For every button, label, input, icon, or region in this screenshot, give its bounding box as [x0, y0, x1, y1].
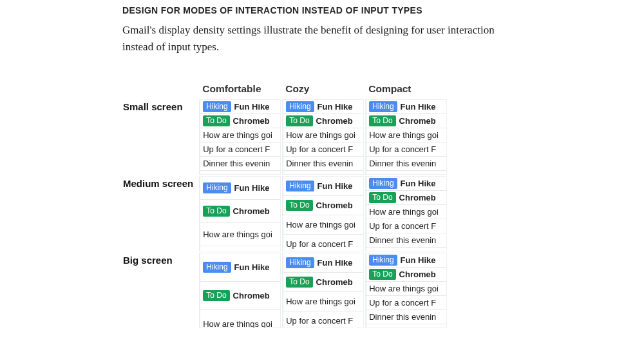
msg-hike: Fun Hike — [317, 258, 353, 268]
hiking-tag: Hiking — [286, 101, 314, 112]
todo-tag: To Do — [286, 200, 312, 211]
msg-how: How are things goi — [286, 297, 355, 306]
msg-chrome: Chromeb — [233, 206, 270, 216]
intro-paragraph: Gmail's display density settings illustr… — [122, 22, 528, 56]
msg-chrome: Chromeb — [233, 116, 270, 126]
msg-how: How are things goi — [369, 207, 439, 217]
preview-big-compact: HikingFun Hike To DoChromeb How are thin… — [366, 253, 446, 328]
hiking-tag: Hiking — [203, 101, 231, 112]
density-table: Comfortable Cozy Compact Small screen Hi… — [120, 83, 448, 329]
msg-hike: Fun Hike — [401, 255, 436, 265]
row-label-small: Small screen — [120, 99, 198, 175]
todo-tag: To Do — [369, 269, 395, 280]
preview-medium-compact: HikingFun Hike To DoChromeb How are thin… — [366, 177, 446, 251]
header-row: Comfortable Cozy Compact — [120, 83, 448, 99]
todo-tag: To Do — [203, 115, 229, 126]
msg-chrome: Chromeb — [399, 193, 436, 202]
msg-concert: Up for a concert F — [203, 144, 270, 154]
msg-hike: Fun Hike — [234, 102, 270, 112]
msg-concert: Up for a concert F — [286, 144, 353, 154]
msg-dinner: Dinner this evenin — [286, 159, 353, 168]
section-heading: DESIGN FOR MODES OF INTERACTION INSTEAD … — [122, 5, 528, 15]
row-label-medium: Medium screen — [120, 175, 198, 252]
msg-how: How are things goi — [203, 230, 272, 239]
preview-big-cozy: HikingFun Hike To DoChromeb How are thin… — [283, 253, 363, 328]
hiking-tag: Hiking — [369, 255, 397, 266]
col-head-compact: Compact — [365, 83, 448, 99]
msg-concert: Up for a concert F — [369, 298, 436, 308]
msg-chrome: Chromeb — [233, 291, 270, 300]
msg-hike: Fun Hike — [234, 183, 270, 193]
msg-chrome: Chromeb — [316, 277, 353, 287]
msg-chrome: Chromeb — [399, 270, 436, 279]
msg-how: How are things goi — [203, 319, 272, 328]
msg-how: How are things goi — [369, 130, 439, 140]
msg-concert: Up for a concert F — [369, 144, 436, 154]
msg-concert: Up for a concert F — [286, 239, 353, 249]
preview-big-comfortable: HikingFun Hike To DoChromeb How are thin… — [200, 253, 280, 328]
todo-tag: To Do — [369, 192, 395, 203]
todo-tag: To Do — [369, 115, 395, 126]
msg-hike: Fun Hike — [401, 179, 436, 188]
msg-hike: Fun Hike — [234, 262, 270, 272]
preview-medium-comfortable: HikingFun Hike To DoChromeb How are thin… — [200, 177, 280, 251]
msg-hike: Fun Hike — [317, 181, 353, 191]
preview-small-cozy: HikingFun Hike To DoChromeb How are thin… — [283, 100, 363, 174]
todo-tag: To Do — [203, 206, 229, 217]
msg-hike: Fun Hike — [401, 102, 436, 112]
msg-dinner: Dinner this evenin — [369, 312, 436, 322]
hiking-tag: Hiking — [286, 181, 314, 191]
msg-chrome: Chromeb — [316, 201, 353, 210]
col-head-cozy: Cozy — [281, 83, 365, 99]
preview-small-compact: HikingFun Hike To DoChromeb How are thin… — [366, 100, 446, 174]
hiking-tag: Hiking — [369, 101, 397, 112]
hiking-tag: Hiking — [203, 262, 231, 273]
msg-how: How are things goi — [203, 130, 272, 140]
msg-dinner: Dinner this evenin — [369, 235, 436, 245]
hiking-tag: Hiking — [369, 178, 397, 189]
row-small: Small screen HikingFun Hike To DoChromeb… — [120, 99, 448, 175]
row-big: Big screen HikingFun Hike To DoChromeb H… — [120, 252, 448, 329]
row-label-big: Big screen — [120, 252, 198, 329]
density-table-figure: Comfortable Cozy Compact Small screen Hi… — [122, 83, 528, 329]
msg-concert: Up for a concert F — [286, 316, 353, 326]
msg-chrome: Chromeb — [316, 116, 353, 126]
msg-how: How are things goi — [369, 284, 439, 293]
todo-tag: To Do — [286, 115, 312, 126]
msg-concert: Up for a concert F — [369, 221, 436, 231]
hiking-tag: Hiking — [286, 257, 314, 268]
row-medium: Medium screen HikingFun Hike To DoChrome… — [120, 175, 448, 252]
msg-chrome: Chromeb — [399, 116, 436, 126]
hiking-tag: Hiking — [203, 182, 231, 193]
msg-dinner: Dinner this evenin — [369, 159, 436, 168]
msg-how: How are things goi — [286, 220, 355, 230]
col-head-comfortable: Comfortable — [198, 83, 281, 99]
todo-tag: To Do — [286, 277, 312, 288]
msg-how: How are things goi — [286, 130, 355, 140]
preview-small-comfortable: HikingFun Hike To DoChromeb How are thin… — [200, 100, 280, 174]
msg-dinner: Dinner this evenin — [203, 159, 270, 168]
msg-hike: Fun Hike — [317, 102, 353, 112]
preview-medium-cozy: HikingFun Hike To DoChromeb How are thin… — [283, 177, 363, 251]
todo-tag: To Do — [203, 290, 229, 301]
